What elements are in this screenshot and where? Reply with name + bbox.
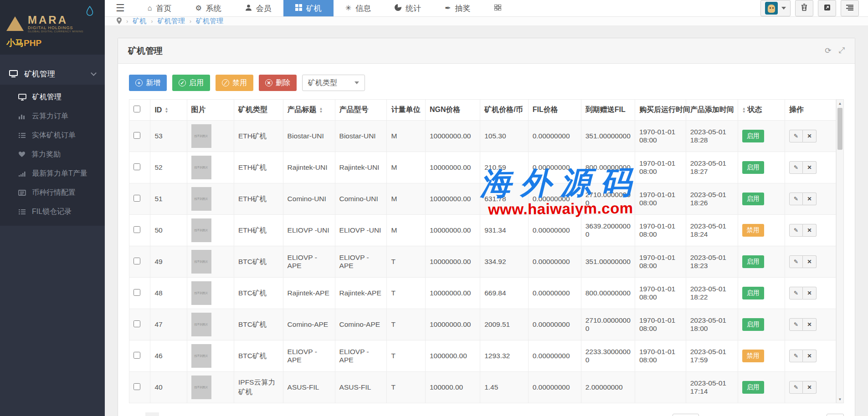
breadcrumb-current[interactable]: 矿机管理: [196, 17, 223, 25]
nav-item-miner[interactable]: 矿机: [283, 0, 334, 16]
caret-down-icon: [781, 7, 786, 10]
newspaper-icon: [18, 190, 26, 196]
cell-title: ELIOVP -UNI: [283, 215, 335, 246]
nav-item-lottery[interactable]: ✒ 抽奖: [433, 0, 482, 16]
delete-button[interactable]: ✕ 删除: [259, 75, 297, 91]
col-status[interactable]: ▲▼状态: [738, 100, 785, 121]
sidebar-item-fil-suocang[interactable]: FIL锁仓记录: [0, 202, 105, 221]
page-next-button[interactable]: »: [178, 412, 192, 416]
nav-item-label: 信息: [355, 3, 371, 14]
delete-row-button[interactable]: ✕: [803, 130, 817, 142]
refresh-icon[interactable]: ⟳: [825, 46, 831, 56]
edit-button[interactable]: ✎: [789, 381, 803, 394]
pencil-icon: ✎: [794, 259, 798, 265]
row-checkbox[interactable]: [134, 258, 140, 264]
pencil-icon: ✎: [794, 290, 798, 296]
delete-row-button[interactable]: ✕: [803, 287, 817, 299]
nav-item-home[interactable]: ⌂ 首页: [136, 0, 184, 16]
edit-button[interactable]: ✎: [789, 161, 803, 174]
trash-button[interactable]: [795, 0, 813, 16]
close-icon: ✕: [807, 133, 812, 139]
cell-image: 找不到图片: [187, 152, 234, 183]
page-2-button[interactable]: 2: [162, 412, 175, 416]
col-title[interactable]: 产品标题▲▼: [283, 100, 335, 121]
cell-gift-fil: 351.00000000: [581, 246, 635, 278]
sidebar-item-suanli-chanliang[interactable]: 最新算力单T产量: [0, 164, 105, 183]
row-checkbox[interactable]: [134, 289, 140, 296]
nav-item-stats[interactable]: 统计: [383, 0, 433, 16]
cell-type: ETH矿机: [234, 152, 283, 183]
gear-icon: ⚙: [195, 5, 201, 12]
scroll-down-icon[interactable]: ▼: [837, 396, 843, 403]
add-button[interactable]: + 新增: [129, 75, 167, 91]
delete-row-button[interactable]: ✕: [803, 350, 817, 362]
sidebar-item-bizhong-hangqing[interactable]: 币种行情配置: [0, 183, 105, 202]
menu-list-button[interactable]: [841, 0, 859, 16]
cell-added-time: 2023-05-01 18:24: [686, 215, 738, 246]
open-external-button[interactable]: [818, 0, 836, 16]
sidebar-item-yun-suanli[interactable]: 云算力订单: [0, 107, 105, 126]
cell-model: Comino-APE: [335, 309, 387, 340]
page-prev-button[interactable]: «: [129, 412, 143, 416]
sidebar-section-kuangji[interactable]: 矿机管理: [0, 63, 105, 85]
nav-item-label: 系统: [206, 3, 221, 14]
table-scrollbar[interactable]: ▲ ▼: [836, 99, 844, 403]
edit-button[interactable]: ✎: [789, 318, 803, 331]
nav-item-member[interactable]: 会员: [233, 0, 283, 16]
edit-button[interactable]: ✎: [789, 193, 803, 205]
cell-id: 49: [150, 246, 187, 278]
edit-button[interactable]: ✎: [789, 224, 803, 237]
water-drop-icon: [86, 5, 94, 18]
heart-icon: [18, 151, 26, 157]
miner-type-select[interactable]: 矿机类型: [302, 75, 365, 91]
close-icon: ✕: [807, 196, 812, 202]
disable-button[interactable]: ⟋ 禁用: [216, 75, 253, 91]
row-checkbox[interactable]: [134, 226, 140, 233]
enable-button[interactable]: ✓ 启用: [172, 75, 210, 91]
asterisk-icon: ✳: [345, 5, 351, 12]
edit-button[interactable]: ✎: [789, 130, 803, 142]
delete-row-button[interactable]: ✕: [803, 193, 817, 205]
sidebar-item-label: 币种行情配置: [32, 188, 76, 198]
row-checkbox[interactable]: [134, 320, 140, 327]
sidebar-item-suanli-jiangli[interactable]: 算力奖励: [0, 145, 105, 164]
row-checkbox[interactable]: [134, 383, 140, 390]
cell-runtime: 1970-01-01 08:00: [635, 309, 686, 340]
breadcrumb-link-kuangji-guanli[interactable]: 矿机管理: [158, 17, 185, 25]
user-avatar-dropdown[interactable]: [760, 0, 791, 16]
row-checkbox[interactable]: [134, 132, 140, 139]
sidebar-item-label: 云算力订单: [32, 112, 68, 121]
sidebar-item-kuangji-guanli[interactable]: 矿机管理: [0, 87, 105, 107]
delete-row-button[interactable]: ✕: [803, 318, 817, 331]
table-row: 53 找不到图片 ETH矿机 Biostar-UNI Biostar-UNI M…: [129, 121, 836, 152]
edit-button[interactable]: ✎: [789, 255, 803, 268]
breadcrumb-link-kuangji[interactable]: 矿机: [133, 17, 146, 25]
delete-row-button[interactable]: ✕: [803, 224, 817, 237]
cell-gift-fil: 2233.30000000: [581, 340, 635, 372]
page-number-input[interactable]: [673, 414, 699, 416]
row-checkbox[interactable]: [134, 195, 140, 202]
page-1-button[interactable]: 1: [145, 412, 159, 416]
nav-item-apps[interactable]: [483, 0, 513, 16]
scrollbar-thumb[interactable]: [837, 108, 842, 150]
sidebar-item-shiti-dingdan[interactable]: 实体矿机订单: [0, 126, 105, 145]
row-checkbox[interactable]: [134, 352, 140, 359]
nav-item-info[interactable]: ✳ 信息: [334, 0, 383, 16]
cell-model: Comino-UNI: [335, 183, 387, 215]
scroll-up-icon[interactable]: ▲: [837, 100, 843, 107]
expand-icon[interactable]: ⤢: [838, 46, 845, 56]
edit-button[interactable]: ✎: [789, 350, 803, 362]
row-checkbox[interactable]: [134, 163, 140, 170]
select-all-checkbox[interactable]: [134, 106, 140, 112]
page-size-input[interactable]: [827, 414, 844, 416]
delete-row-button[interactable]: ✕: [803, 381, 817, 394]
nav-item-label: 会员: [256, 3, 272, 14]
main-column: ☰ ⌂ 首页 ⚙ 系统 会员 矿机 ✳: [105, 0, 868, 416]
cell-model: ELIOVP -APE: [335, 340, 387, 372]
delete-row-button[interactable]: ✕: [803, 161, 817, 174]
hamburger-menu-icon[interactable]: ☰: [105, 0, 136, 16]
edit-button[interactable]: ✎: [789, 287, 803, 299]
delete-row-button[interactable]: ✕: [803, 255, 817, 268]
nav-item-system[interactable]: ⚙ 系统: [183, 0, 233, 16]
col-id[interactable]: ID▲▼: [150, 100, 187, 121]
